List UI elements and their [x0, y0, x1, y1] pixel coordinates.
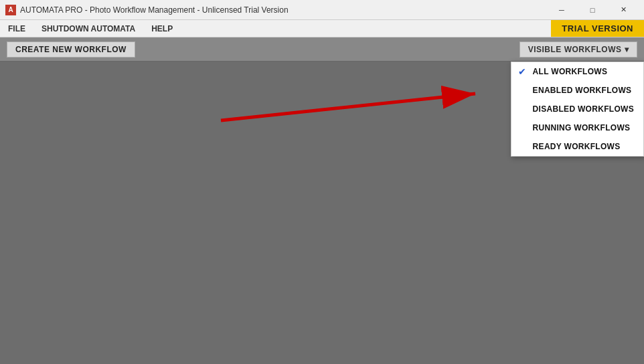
window-controls: ─ □ ✕	[546, 0, 639, 20]
arrow-graphic	[214, 80, 495, 134]
svg-line-1	[221, 94, 475, 120]
app-icon: A	[5, 5, 16, 15]
dropdown-item-running-workflows-label: RUNNING WORKFLOWS	[533, 123, 631, 132]
trial-version-badge: TRIAL VERSION	[551, 20, 644, 37]
dropdown-menu: ✔ ALL WORKFLOWS ✔ ENABLED WORKFLOWS ✔ DI…	[511, 62, 644, 157]
dropdown-item-enabled-workflows[interactable]: ✔ ENABLED WORKFLOWS	[511, 81, 643, 100]
check-icon: ✔	[518, 66, 528, 77]
arrow-container	[214, 80, 495, 134]
dropdown-chevron-icon: ▾	[625, 45, 629, 54]
dropdown-item-running-workflows[interactable]: ✔ RUNNING WORKFLOWS	[511, 118, 643, 137]
title-bar-left: A AUTOMATA PRO - Photo Workflow Manageme…	[5, 5, 289, 15]
menu-item-help[interactable]: HELP	[143, 20, 181, 37]
title-text: AUTOMATA PRO - Photo Workflow Management…	[20, 5, 289, 15]
minimize-button[interactable]: ─	[546, 0, 577, 20]
menu-item-file[interactable]: FILE	[0, 20, 33, 37]
dropdown-item-disabled-workflows-label: DISABLED WORKFLOWS	[533, 104, 634, 114]
close-button[interactable]: ✕	[608, 0, 639, 20]
dropdown-item-ready-workflows-label: READY WORKFLOWS	[533, 142, 621, 151]
dropdown-item-ready-workflows[interactable]: ✔ READY WORKFLOWS	[511, 137, 643, 156]
dropdown-item-all-workflows[interactable]: ✔ ALL WORKFLOWS	[511, 62, 643, 81]
menu-item-shutdown[interactable]: SHUTDOWN AUTOMATA	[33, 20, 143, 37]
menu-items: FILE SHUTDOWN AUTOMATA HELP	[0, 20, 181, 37]
maximize-button[interactable]: □	[577, 0, 608, 20]
dropdown-item-disabled-workflows[interactable]: ✔ DISABLED WORKFLOWS	[511, 100, 643, 118]
visible-workflows-button[interactable]: VISIBLE WORKFLOWS ▾	[519, 41, 637, 58]
main-content: ✔ ALL WORKFLOWS ✔ ENABLED WORKFLOWS ✔ DI…	[0, 62, 644, 364]
title-bar: A AUTOMATA PRO - Photo Workflow Manageme…	[0, 0, 644, 20]
visible-workflows-label: VISIBLE WORKFLOWS	[528, 45, 622, 54]
create-new-workflow-button[interactable]: CREATE NEW WORKFLOW	[7, 41, 135, 58]
menu-bar: FILE SHUTDOWN AUTOMATA HELP TRIAL VERSIO…	[0, 20, 644, 37]
toolbar: CREATE NEW WORKFLOW VISIBLE WORKFLOWS ▾	[0, 37, 644, 62]
dropdown-item-enabled-workflows-label: ENABLED WORKFLOWS	[533, 86, 632, 95]
dropdown-item-all-workflows-label: ALL WORKFLOWS	[533, 67, 608, 76]
